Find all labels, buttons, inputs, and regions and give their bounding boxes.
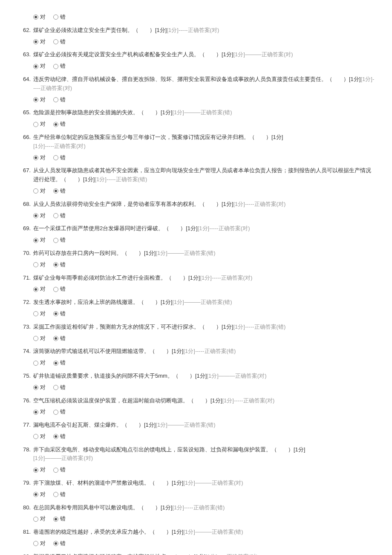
radio-wrong[interactable]: 错 bbox=[53, 211, 66, 220]
question-text: 新掘巷道开口地点应选择在顶板稳定，支护完好的地点。（ ） bbox=[33, 553, 194, 555]
radio-wrong[interactable]: 错 bbox=[53, 358, 66, 367]
radio-label: 错 bbox=[60, 153, 66, 162]
radio-wrong[interactable]: 错 bbox=[53, 490, 66, 499]
question-body: 在一个采煤工作面严禁使用2台发爆器同时进行爆破。（ ）[1分][1分]-----… bbox=[33, 224, 375, 233]
radio-wrong[interactable]: 错 bbox=[53, 285, 66, 294]
question-answer: [1分]-----正确答案(对) bbox=[167, 27, 219, 33]
radio-wrong[interactable]: 错 bbox=[53, 38, 66, 46]
question-row: 71.煤矿企业每年雨季前必须对防治水工作进行全面检查。（ ）[1分][1分]--… bbox=[17, 274, 375, 283]
question-text: 危险源是控制事故隐患的安全措施的失效。（ ） bbox=[33, 109, 161, 116]
radio-label: 对 bbox=[40, 358, 46, 367]
question-number: 70. bbox=[17, 249, 33, 258]
radio-wrong[interactable]: 错 bbox=[53, 432, 66, 441]
radio-label: 对 bbox=[40, 211, 46, 220]
radio-wrong[interactable]: 错 bbox=[53, 383, 66, 392]
question-text: 井下由采区变电所、移动变电站或配电点引出的馈电线上，应装设短路、过负荷和漏电保护… bbox=[33, 446, 294, 453]
radio-label: 错 bbox=[60, 408, 66, 416]
radio-icon bbox=[33, 39, 38, 44]
radio-correct[interactable]: 对 bbox=[33, 358, 46, 367]
radio-correct[interactable]: 对 bbox=[33, 62, 46, 71]
radio-correct[interactable]: 对 bbox=[33, 187, 46, 196]
radio-icon bbox=[33, 361, 38, 366]
radio-correct[interactable]: 对 bbox=[33, 120, 46, 129]
question-row: 62.煤矿企业必须依法建立安全生产责任制。（ ）[1分][1分]-----正确答… bbox=[17, 26, 375, 35]
question-score: [1分] bbox=[161, 504, 172, 511]
radio-correct[interactable]: 对 bbox=[33, 211, 46, 220]
question-score: [1分] bbox=[222, 201, 233, 207]
question-answer: [1分]———正确答案(对) bbox=[183, 480, 243, 486]
radio-wrong[interactable]: 错 bbox=[53, 309, 66, 318]
question-body: 滚筒驱动的带式输送机可以不使用阻燃输送带。（ ）[1分][1分]-----正确答… bbox=[33, 347, 375, 356]
question-row: 81.巷道围岩的稳定性越好，承受的支承应力越小。（ ）[1分][1分]———正确… bbox=[17, 528, 375, 537]
radio-correct[interactable]: 对 bbox=[33, 309, 46, 318]
question-number: 67. bbox=[17, 166, 33, 175]
question-score: [1分] bbox=[172, 348, 183, 354]
radio-icon bbox=[53, 64, 58, 69]
question-score: [1分] bbox=[83, 176, 95, 182]
radio-correct[interactable]: 对 bbox=[33, 539, 46, 548]
radio-wrong[interactable]: 错 bbox=[53, 515, 66, 523]
radio-icon bbox=[33, 14, 38, 20]
radio-correct[interactable]: 对 bbox=[33, 285, 46, 294]
question-score: [1分] bbox=[294, 446, 305, 453]
radio-correct[interactable]: 对 bbox=[33, 408, 46, 416]
radio-icon bbox=[33, 262, 38, 267]
radio-icon bbox=[33, 188, 38, 194]
radio-wrong[interactable]: 错 bbox=[53, 153, 66, 162]
radio-correct[interactable]: 对 bbox=[33, 38, 46, 46]
radio-label: 对 bbox=[40, 383, 46, 392]
radio-wrong[interactable]: 错 bbox=[53, 236, 66, 245]
question-number: 62. bbox=[17, 26, 33, 35]
radio-wrong[interactable]: 错 bbox=[53, 408, 66, 416]
question-row: 75.矿井轨道铺设质量要求，轨道接头的间隙不得大于5mm。（ ）[1分][1分]… bbox=[17, 372, 375, 381]
question-row: 69.在一个采煤工作面严禁使用2台发爆器同时进行爆破。（ ）[1分][1分]--… bbox=[17, 224, 375, 233]
question-text: 漏电电流不会引起瓦斯、煤尘爆炸。（ ） bbox=[33, 422, 144, 428]
radio-icon bbox=[53, 492, 58, 497]
radio-correct[interactable]: 对 bbox=[33, 334, 46, 343]
radio-correct[interactable]: 对 bbox=[33, 153, 46, 162]
question-answer: [1分]-----正确答案(对) bbox=[200, 275, 252, 281]
radio-wrong[interactable]: 错 bbox=[53, 95, 66, 104]
choice-row: 对错 bbox=[33, 187, 375, 196]
radio-wrong[interactable]: 错 bbox=[53, 539, 66, 548]
question-text: 滚筒驱动的带式输送机可以不使用阻燃输送带。（ ） bbox=[33, 348, 172, 354]
choice-row: 对错 bbox=[33, 383, 375, 392]
radio-wrong[interactable]: 错 bbox=[53, 13, 66, 22]
radio-icon bbox=[53, 410, 58, 415]
radio-correct[interactable]: 对 bbox=[33, 465, 46, 474]
question-body: 违反劳动纪律、擅自开动机械设备、擅自更改拆除、毁坏、挪用安全装置和设备造成事故的… bbox=[33, 75, 375, 93]
radio-icon bbox=[53, 39, 58, 44]
question-number: 66. bbox=[17, 133, 33, 142]
radio-wrong[interactable]: 错 bbox=[53, 465, 66, 474]
radio-wrong[interactable]: 错 bbox=[53, 62, 66, 71]
radio-label: 对 bbox=[40, 408, 46, 416]
radio-correct[interactable]: 对 bbox=[33, 515, 46, 523]
question-number: 68. bbox=[17, 200, 33, 209]
question-score: [1分] bbox=[210, 397, 222, 404]
radio-wrong[interactable]: 错 bbox=[53, 334, 66, 343]
radio-correct[interactable]: 对 bbox=[33, 383, 46, 392]
question-score: [1分] bbox=[222, 324, 233, 330]
question-number: 79. bbox=[17, 479, 33, 488]
radio-correct[interactable]: 对 bbox=[33, 432, 46, 441]
radio-correct[interactable]: 对 bbox=[33, 260, 46, 269]
radio-label: 错 bbox=[60, 539, 66, 548]
choice-row: 对错 bbox=[33, 153, 375, 162]
radio-correct[interactable]: 对 bbox=[33, 236, 46, 245]
radio-wrong[interactable]: 错 bbox=[53, 260, 66, 269]
radio-icon bbox=[33, 311, 38, 316]
radio-correct[interactable]: 对 bbox=[33, 95, 46, 104]
choice-row: 对错 bbox=[33, 260, 375, 269]
question-body: 炸药可以存放在井口房内一段时间。（ ）[1分][1分]———正确答案(错) bbox=[33, 249, 375, 258]
radio-label: 对 bbox=[40, 236, 46, 245]
radio-wrong[interactable]: 错 bbox=[53, 187, 66, 196]
radio-icon bbox=[53, 238, 58, 243]
question-row: 80.在总回风巷和专用回风巷中可以敷设电缆。（ ）[1分][1分]-----正确… bbox=[17, 503, 375, 512]
question-number: 80. bbox=[17, 503, 33, 512]
radio-wrong[interactable]: 错 bbox=[53, 120, 66, 129]
radio-correct[interactable]: 对 bbox=[33, 13, 46, 22]
radio-icon bbox=[53, 213, 58, 218]
choice-row: 对错 bbox=[33, 358, 375, 367]
radio-label: 错 bbox=[60, 285, 66, 294]
radio-correct[interactable]: 对 bbox=[33, 490, 46, 499]
